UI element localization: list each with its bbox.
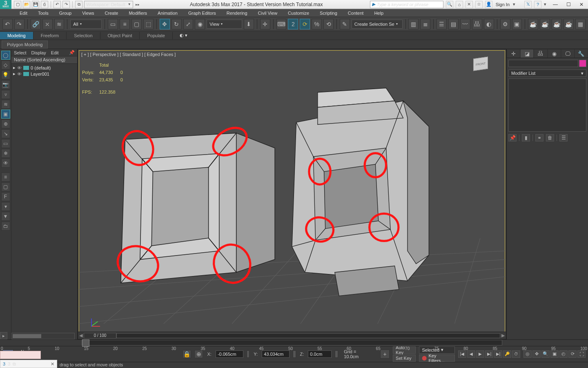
- select-object-icon[interactable]: ▭: [108, 19, 118, 29]
- disp-lights-icon[interactable]: 💡: [1, 70, 10, 79]
- window-crossing-icon[interactable]: ⬚: [143, 19, 154, 29]
- disp-groups-icon[interactable]: ▣: [1, 110, 10, 119]
- undo-icon[interactable]: ↶: [2, 19, 13, 29]
- disp-xrefs-icon[interactable]: ⊕: [1, 119, 10, 128]
- tab-utilities-icon[interactable]: 🔧: [575, 49, 588, 58]
- key-filters-button[interactable]: ⬤Key Filters...: [419, 355, 455, 362]
- window-close-button[interactable]: ✕: [575, 0, 588, 9]
- se-container-icon[interactable]: 🗀: [1, 222, 10, 231]
- spinner-snap-icon[interactable]: ⟲: [323, 19, 334, 29]
- workspace-dropdown[interactable]: Workspace: Default ▼: [84, 1, 133, 8]
- viewport[interactable]: [ + ] [ Perspective ] [ Standard ] [ Edg…: [78, 49, 506, 339]
- modifier-stack[interactable]: [508, 79, 586, 132]
- ribbon-tab-populate[interactable]: Populate: [140, 32, 172, 39]
- ribbon-minimize-icon[interactable]: ◐ ▾: [178, 32, 189, 39]
- menu-group[interactable]: Group: [54, 10, 77, 16]
- disp-cameras-icon[interactable]: 📷: [1, 80, 10, 89]
- window-minimize-button[interactable]: —: [549, 0, 562, 9]
- scene-explorer-hscrollbar[interactable]: [11, 333, 75, 339]
- time-slider-marker[interactable]: [82, 339, 89, 347]
- se-list-icon[interactable]: ≡: [1, 173, 10, 182]
- menu-civilview[interactable]: Civil View: [253, 10, 282, 16]
- ribbon-tab-freeform[interactable]: Freeform: [33, 32, 67, 39]
- infocenter-search-input[interactable]: ▶ Type a keyword or phrase: [370, 1, 443, 8]
- select-and-scale-icon[interactable]: ⤢: [183, 19, 194, 29]
- edit-named-sel-icon[interactable]: ✎: [340, 19, 350, 29]
- select-and-move-icon[interactable]: ✥: [160, 19, 170, 29]
- subscription-icon[interactable]: ⌂: [456, 1, 463, 8]
- timeline-track[interactable]: [116, 333, 500, 338]
- time-ruler[interactable]: ⟳ 05101520253035404550556065707580859095…: [0, 340, 588, 346]
- ribbon-tab-objectpaint[interactable]: Object Paint: [100, 32, 140, 39]
- render-cloud-icon[interactable]: ☕: [564, 19, 574, 29]
- make-unique-icon[interactable]: ⚭: [535, 134, 543, 141]
- ribbon-tab-modeling[interactable]: Modeling: [0, 32, 33, 39]
- menu-content[interactable]: Content: [343, 10, 369, 16]
- disp-frozen-icon[interactable]: ❄: [1, 149, 10, 158]
- menu-animation[interactable]: Animation: [153, 10, 183, 16]
- render-iterate-icon[interactable]: ☕: [540, 19, 550, 29]
- select-by-name-icon[interactable]: ≡: [120, 19, 130, 29]
- se-references-icon[interactable]: F: [1, 192, 10, 201]
- align-icon[interactable]: ≣: [420, 19, 430, 29]
- disp-containers-icon[interactable]: ▭: [1, 139, 10, 148]
- qat-project-icon[interactable]: ⧉: [75, 1, 82, 8]
- qat-save-icon[interactable]: 💾: [32, 1, 39, 8]
- select-and-place-icon[interactable]: ◉: [195, 19, 205, 29]
- menu-rendering[interactable]: Rendering: [222, 10, 252, 16]
- se-menu-edit[interactable]: Edit: [51, 50, 59, 55]
- se-filter-icon[interactable]: ▼: [1, 212, 10, 221]
- document-tab-close-icon[interactable]: ✕: [51, 361, 54, 367]
- visibility-icon[interactable]: 👁: [17, 72, 22, 76]
- select-manipulate-icon[interactable]: ✛: [260, 19, 270, 29]
- named-selection-dropdown[interactable]: Create Selection Se▾: [352, 20, 403, 29]
- render-setup-icon[interactable]: ⚙: [500, 19, 510, 29]
- menu-scripting[interactable]: Scripting: [315, 10, 342, 16]
- disp-helpers-icon[interactable]: ▿: [1, 90, 10, 99]
- link-icon[interactable]: 🔗: [31, 19, 41, 29]
- mirror-icon[interactable]: ▥: [408, 19, 419, 29]
- app-logo[interactable]: 3MAX: [0, 0, 11, 9]
- expand-icon[interactable]: ▸: [13, 65, 16, 70]
- tab-create-icon[interactable]: ✛: [507, 49, 520, 58]
- configure-sets-icon[interactable]: ☰: [559, 134, 568, 141]
- render-activeshade-icon[interactable]: ☕: [552, 19, 562, 29]
- tab-motion-icon[interactable]: ◉: [548, 49, 561, 58]
- disp-geometry-icon[interactable]: ◯: [1, 51, 10, 60]
- render-preset-icon[interactable]: ▦: [575, 19, 586, 29]
- visibility-icon[interactable]: 👁: [17, 65, 22, 70]
- redo-icon[interactable]: ↷: [14, 19, 24, 29]
- disp-hidden-icon[interactable]: 👁: [1, 159, 10, 168]
- select-and-rotate-icon[interactable]: ↻: [172, 19, 182, 29]
- angle-snap-icon[interactable]: ⟳: [300, 19, 310, 29]
- object-name-input[interactable]: [508, 60, 578, 67]
- selection-filter-dropdown[interactable]: All▾: [70, 20, 102, 29]
- object-color-swatch[interactable]: [579, 60, 586, 67]
- qat-new-icon[interactable]: ▢: [14, 1, 21, 8]
- unlink-icon[interactable]: ⤫: [42, 19, 53, 29]
- pin-icon[interactable]: 📌: [69, 50, 75, 55]
- pin-stack-icon[interactable]: 📌: [508, 134, 517, 141]
- curve-editor-icon[interactable]: 〰: [460, 19, 470, 29]
- expand-icon[interactable]: ▸: [13, 71, 16, 76]
- material-editor-icon[interactable]: ◐: [484, 19, 494, 29]
- se-menu-display[interactable]: Display: [31, 50, 46, 55]
- disp-bone-icon[interactable]: ↘: [1, 129, 10, 138]
- menu-modifiers[interactable]: Modifiers: [124, 10, 152, 16]
- maxscript-mini-listener[interactable]: [0, 351, 41, 359]
- disp-shapes-icon[interactable]: ◇: [1, 61, 10, 70]
- schematic-view-icon[interactable]: 品: [472, 19, 482, 29]
- ref-coord-dropdown[interactable]: View▾: [207, 20, 242, 29]
- document-tab[interactable]: 3 3 ⧉ ✕: [0, 360, 57, 368]
- document-tab-pin-icon[interactable]: ⧉: [13, 361, 16, 367]
- exchange-apps-icon[interactable]: 𝕏: [524, 1, 532, 8]
- infocenter-search-icon[interactable]: 🔍: [446, 1, 453, 8]
- menu-customize[interactable]: Customize: [283, 10, 314, 16]
- tab-display-icon[interactable]: 🖵: [561, 49, 575, 58]
- se-menu-select[interactable]: Select: [14, 50, 27, 55]
- favorites-icon[interactable]: ☆: [475, 1, 483, 8]
- signin-icon[interactable]: 👤: [485, 1, 492, 8]
- menu-help[interactable]: Help: [369, 10, 388, 16]
- snaps-toggle-2d-icon[interactable]: 2: [288, 19, 298, 29]
- qat-open-icon[interactable]: 📂: [23, 1, 30, 8]
